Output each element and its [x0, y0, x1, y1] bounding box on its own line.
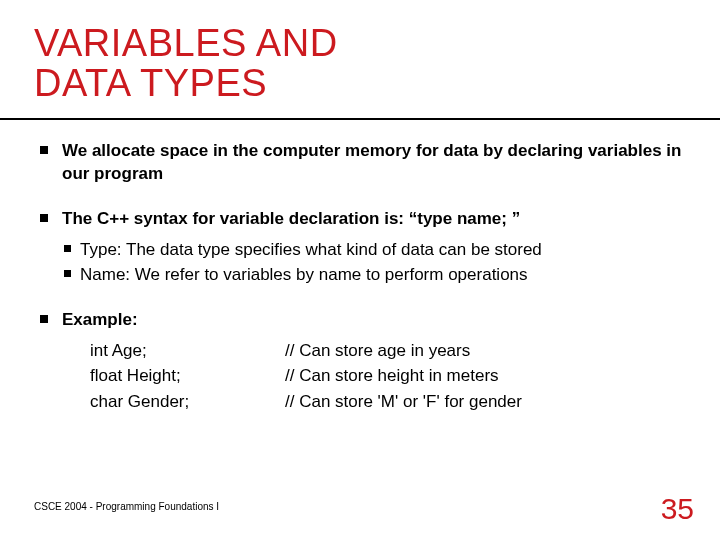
bullet-2: The C++ syntax for variable declaration …	[34, 208, 686, 287]
bullet-list: We allocate space in the computer memory…	[34, 140, 686, 414]
example-comment-3: // Can store 'M' or 'F' for gender	[285, 389, 522, 415]
bullet-3: Example: int Age; // Can store age in ye…	[34, 309, 686, 414]
bullet-2-sublist: Type: The data type specifies what kind …	[62, 239, 686, 287]
example-decl-2: float Height;	[90, 363, 285, 389]
example-decl-3: char Gender;	[90, 389, 285, 415]
bullet-2-sub-2: Name: We refer to variables by name to p…	[62, 264, 686, 287]
example-comment-1: // Can store age in years	[285, 338, 470, 364]
slide: VARIABLES AND DATA TYPES We allocate spa…	[0, 0, 720, 540]
horizontal-rule	[0, 118, 720, 120]
example-row-2: float Height; // Can store height in met…	[90, 363, 686, 389]
bullet-1-text: We allocate space in the computer memory…	[62, 141, 681, 183]
bullet-2-text: The C++ syntax for variable declaration …	[62, 209, 520, 228]
slide-body: We allocate space in the computer memory…	[34, 140, 686, 436]
example-row-1: int Age; // Can store age in years	[90, 338, 686, 364]
bullet-2-sub-1-text: Type: The data type specifies what kind …	[80, 240, 542, 259]
title-line-1: VARIABLES AND	[34, 22, 338, 64]
example-row-3: char Gender; // Can store 'M' or 'F' for…	[90, 389, 686, 415]
example-decl-1: int Age;	[90, 338, 285, 364]
slide-title: VARIABLES AND DATA TYPES	[34, 24, 686, 104]
bullet-2-sub-1: Type: The data type specifies what kind …	[62, 239, 686, 262]
title-line-2: DATA TYPES	[34, 62, 267, 104]
bullet-2-sub-2-text: Name: We refer to variables by name to p…	[80, 265, 528, 284]
example-comment-2: // Can store height in meters	[285, 363, 499, 389]
bullet-1: We allocate space in the computer memory…	[34, 140, 686, 186]
footer-course: CSCE 2004 - Programming Foundations I	[34, 501, 219, 512]
page-number: 35	[661, 492, 694, 526]
bullet-3-text: Example:	[62, 310, 138, 329]
example-block: int Age; // Can store age in years float…	[90, 338, 686, 415]
